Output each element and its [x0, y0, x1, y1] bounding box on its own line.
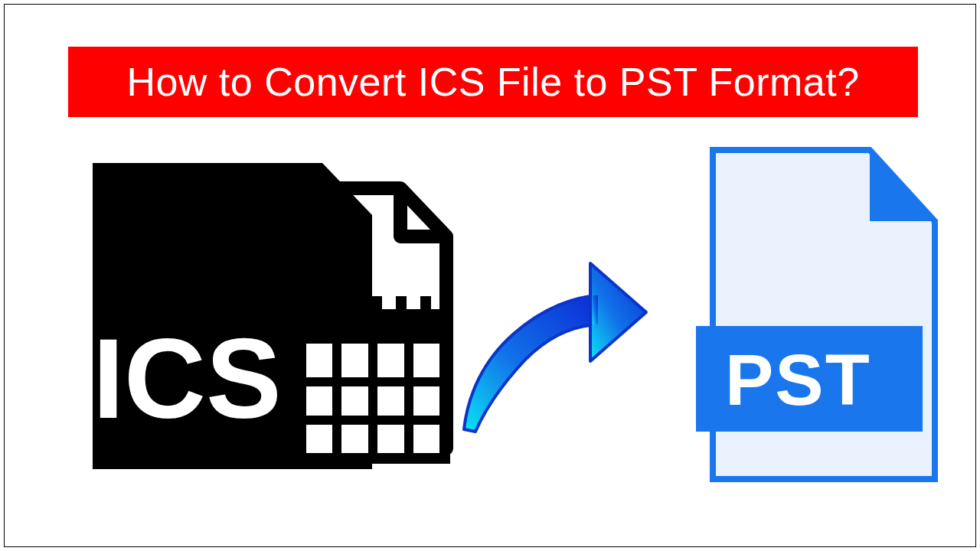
arrow-icon [441, 242, 655, 441]
svg-rect-5 [396, 296, 407, 319]
ics-label: ICS [93, 315, 282, 442]
svg-rect-4 [371, 296, 382, 319]
pst-file-icon: PST [690, 139, 950, 487]
svg-rect-2 [322, 296, 333, 319]
headline-banner: How to Convert ICS File to PST Format? [68, 47, 918, 117]
ics-file-icon: ICS [70, 146, 460, 475]
headline-text: How to Convert ICS File to PST Format? [126, 60, 859, 104]
svg-rect-6 [420, 296, 431, 319]
svg-rect-3 [347, 296, 358, 319]
pst-label: PST [725, 339, 871, 420]
canvas-border: How to Convert ICS File to PST Format? I… [4, 4, 976, 547]
